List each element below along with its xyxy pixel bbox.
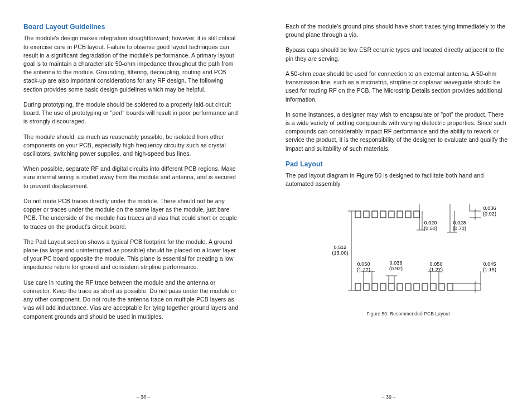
right-column: Each of the module's ground pins should … bbox=[262, 0, 532, 412]
svg-rect-17 bbox=[431, 284, 436, 290]
body-text: The module should, as much as reasonably… bbox=[23, 133, 239, 159]
pad-row-bottom bbox=[355, 284, 453, 290]
body-text: A 50-ohm coax should be used for connect… bbox=[286, 70, 509, 104]
body-text: Use care in routing the RF trace between… bbox=[23, 279, 239, 321]
svg-text:0.036: 0.036 bbox=[483, 205, 496, 211]
svg-text:(0.50): (0.50) bbox=[424, 226, 437, 231]
body-text: Do not route PCB traces directly under t… bbox=[23, 197, 239, 231]
heading-board-layout: Board Layout Guidelines bbox=[23, 22, 239, 32]
svg-rect-0 bbox=[355, 211, 361, 218]
body-text: In some instances, a designer may wish t… bbox=[286, 111, 509, 153]
svg-rect-3 bbox=[380, 211, 386, 218]
svg-text:0.512: 0.512 bbox=[333, 245, 346, 250]
svg-rect-1 bbox=[364, 211, 369, 218]
svg-text:0.050: 0.050 bbox=[429, 261, 442, 267]
svg-rect-8 bbox=[355, 284, 361, 290]
body-text: The Pad Layout section shows a typical P… bbox=[23, 238, 239, 272]
body-text: The pad layout diagram in Figure 50 is d… bbox=[286, 171, 509, 188]
svg-text:0.050: 0.050 bbox=[357, 261, 370, 267]
body-text: Bypass caps should be low ESR ceramic ty… bbox=[286, 46, 509, 63]
svg-rect-14 bbox=[405, 284, 411, 290]
figure-pad-layout: 0.020 (0.50) 0.028 (0.70) 0.036 (0.92) 0… bbox=[308, 199, 509, 317]
svg-text:(13.00): (13.00) bbox=[332, 250, 348, 256]
heading-pad-layout: Pad Layout bbox=[286, 160, 509, 169]
svg-rect-16 bbox=[422, 284, 428, 290]
body-text: Each of the module's ground pins should … bbox=[286, 22, 509, 39]
svg-text:(0.92): (0.92) bbox=[483, 211, 496, 217]
svg-rect-18 bbox=[439, 284, 444, 290]
svg-rect-12 bbox=[389, 284, 394, 290]
svg-text:0.045: 0.045 bbox=[483, 261, 496, 267]
svg-rect-7 bbox=[414, 211, 419, 218]
svg-rect-15 bbox=[414, 284, 419, 290]
pad-row-top bbox=[355, 211, 419, 218]
body-text: During prototyping, the module should be… bbox=[23, 100, 239, 126]
svg-text:(0.92): (0.92) bbox=[389, 266, 403, 271]
svg-rect-4 bbox=[389, 211, 394, 218]
svg-rect-11 bbox=[380, 284, 386, 290]
svg-text:(0.70): (0.70) bbox=[453, 226, 466, 231]
svg-text:0.036: 0.036 bbox=[389, 260, 402, 266]
svg-rect-19 bbox=[447, 284, 453, 290]
svg-rect-9 bbox=[364, 284, 369, 290]
page-number-right: – 39 – bbox=[378, 394, 400, 400]
svg-text:0.028: 0.028 bbox=[453, 220, 466, 226]
svg-text:(1.15): (1.15) bbox=[483, 267, 496, 272]
svg-rect-2 bbox=[372, 211, 378, 218]
svg-rect-10 bbox=[372, 284, 378, 290]
svg-rect-6 bbox=[405, 211, 411, 218]
left-column: Board Layout Guidelines The module's des… bbox=[0, 0, 262, 412]
body-text: When possible, separate RF and digital c… bbox=[23, 165, 239, 190]
svg-rect-13 bbox=[397, 284, 403, 290]
figure-caption: Figure 50: Recommended PCB Layout bbox=[308, 310, 509, 317]
page-number-left: – 38 – bbox=[132, 394, 154, 400]
body-text: The module's design makes integration st… bbox=[23, 34, 239, 94]
svg-text:0.020: 0.020 bbox=[424, 220, 437, 226]
svg-text:(1.27): (1.27) bbox=[429, 267, 443, 272]
svg-text:(1.27): (1.27) bbox=[357, 267, 370, 272]
svg-rect-5 bbox=[397, 211, 403, 218]
